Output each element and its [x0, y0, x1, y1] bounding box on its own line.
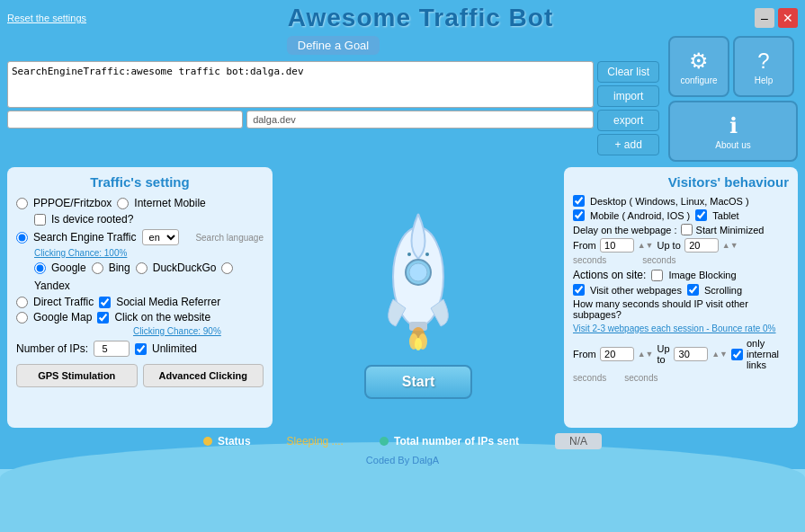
only-internal-checkbox[interactable] — [731, 349, 743, 360]
app-title: Awesome Traffic Bot — [288, 4, 553, 32]
search-lang-label: Search language — [195, 233, 264, 243]
pppoe-label: PPPOE/Fritzbox — [33, 197, 112, 209]
click-website-checkbox[interactable] — [97, 312, 109, 324]
status-bar: Status Sleeping .... Total number of IPs… — [7, 428, 798, 455]
export-button[interactable]: export — [597, 110, 659, 131]
google-map-label: Google Map — [33, 311, 92, 324]
close-button[interactable]: ✕ — [778, 8, 798, 28]
up-to2-label: Up to — [657, 343, 671, 365]
yandex-label: Yandex — [34, 279, 70, 292]
duckduckgo-radio[interactable] — [136, 262, 148, 274]
language-select[interactable]: endefres — [142, 229, 179, 245]
clear-list-button[interactable]: Clear list — [597, 61, 659, 83]
num-ips-label: Number of IPs: — [16, 342, 88, 355]
google-radio[interactable] — [34, 262, 46, 274]
delay-label: Delay on the webpage : — [573, 225, 677, 235]
visit-link[interactable]: Visit 2-3 webpages each session - Bounce… — [573, 324, 776, 333]
seconds-label1: seconds — [573, 255, 606, 265]
tablet-label: Tablet — [712, 210, 738, 221]
click-website-label: Click on the website — [114, 311, 210, 324]
bing-label: Bing — [109, 262, 130, 274]
minimize-button[interactable]: – — [755, 8, 774, 28]
google-map-radio[interactable] — [16, 312, 28, 324]
svg-point-8 — [407, 253, 411, 256]
num-ips-input[interactable] — [94, 341, 130, 357]
status-label: Status — [218, 435, 251, 448]
total-value: N/A — [555, 433, 602, 449]
goal-text-input[interactable] — [7, 111, 243, 129]
configure-label: configure — [680, 75, 717, 85]
pppoe-radio[interactable] — [16, 198, 28, 209]
define-goal-label: Define a Goal — [287, 36, 380, 55]
up-to2-input[interactable] — [674, 347, 708, 361]
from2-input[interactable] — [600, 347, 634, 361]
up-to-label: Up to — [657, 240, 681, 251]
visitors-title: Visitors' behaviour — [573, 174, 789, 190]
start-minimized-checkbox[interactable] — [681, 224, 693, 235]
image-blocking-label: Image Blocking — [668, 270, 736, 280]
direct-label: Direct Traffic — [33, 296, 94, 308]
coded-by: Coded By DalgA — [7, 455, 798, 466]
gear-icon: ⚙ — [689, 49, 709, 74]
desktop-checkbox[interactable] — [573, 195, 585, 207]
configure-button[interactable]: ⚙ configure — [668, 36, 729, 97]
desktop-label: Desktop ( Windows, Linux, MacOS ) — [590, 196, 749, 207]
bing-radio[interactable] — [92, 262, 103, 274]
device-rooted-checkbox[interactable] — [34, 214, 46, 226]
start-button[interactable]: Start — [364, 365, 472, 399]
advanced-clicking-button[interactable]: Advanced Clicking — [143, 364, 264, 387]
import-button[interactable]: import — [597, 85, 659, 107]
visit-webpages-checkbox[interactable] — [573, 284, 585, 296]
about-label: About us — [715, 140, 750, 150]
social-media-label: Social Media Referrer — [116, 296, 220, 308]
sleeping-text: Sleeping .... — [287, 435, 344, 448]
goal-domain-input[interactable] — [246, 111, 594, 129]
google-label: Google — [51, 262, 86, 274]
visit-webpages-label: Visit other webpages — [590, 285, 682, 296]
goal-buttons: Clear list import export + add — [597, 61, 659, 155]
rocket-area: Start — [278, 167, 559, 428]
clicking-chance2-link[interactable]: Clicking Chance: 90% — [133, 326, 221, 336]
from-label: From — [573, 240, 596, 251]
image-blocking-checkbox[interactable] — [651, 270, 663, 281]
scrolling-checkbox[interactable] — [687, 284, 699, 296]
rocket-image — [364, 196, 472, 358]
visitors-behaviour-panel: Visitors' behaviour Desktop ( Windows, L… — [564, 167, 798, 428]
search-engine-radio[interactable] — [16, 232, 28, 244]
reset-settings-link[interactable]: Reset the settings — [7, 13, 86, 23]
search-engine-label: Search Engine Traffic — [33, 231, 137, 244]
only-internal-label: only internal links — [747, 338, 789, 370]
help-icon: ? — [757, 49, 769, 74]
clicking-chance-link[interactable]: Clicking Chance: 100% — [34, 248, 127, 258]
help-button[interactable]: ? Help — [733, 36, 794, 97]
mobile-checkbox[interactable] — [573, 209, 585, 221]
from-input[interactable] — [600, 238, 634, 253]
right-icon-buttons: ⚙ configure ? Help ℹ About us — [668, 36, 798, 162]
window-controls: – ✕ — [755, 8, 798, 28]
actions-label: Actions on site: — [573, 269, 646, 281]
internet-mobile-label: Internet Mobile — [134, 197, 205, 209]
yandex-radio[interactable] — [221, 262, 233, 274]
traffic-settings-panel: Traffic's setting PPPOE/Fritzbox Interne… — [7, 167, 273, 428]
scrolling-label: Scrolling — [704, 285, 742, 296]
up-to-input[interactable] — [684, 238, 719, 253]
tablet-checkbox[interactable] — [695, 209, 707, 221]
about-button[interactable]: ℹ About us — [668, 101, 798, 162]
social-media-checkbox[interactable] — [99, 297, 111, 308]
total-dot — [380, 437, 389, 446]
add-button[interactable]: + add — [597, 134, 659, 155]
traffic-title: Traffic's setting — [16, 174, 264, 190]
mobile-label: Mobile ( Android, IOS ) — [590, 210, 690, 221]
direct-radio[interactable] — [16, 297, 28, 308]
info-icon: ℹ — [729, 113, 738, 138]
status-dot — [203, 437, 212, 446]
duckduckgo-label: DuckDuckGo — [153, 262, 217, 274]
start-minimized-label: Start Minimized — [696, 225, 765, 235]
seconds-label3: seconds — [573, 373, 606, 383]
gps-stimulation-button[interactable]: GPS Stimulation — [16, 364, 138, 387]
internet-mobile-radio[interactable] — [117, 198, 129, 209]
goal-textarea[interactable]: SearchEngineTraffic:awesome traffic bot:… — [7, 61, 594, 108]
seconds-label4: seconds — [624, 373, 657, 383]
subpages-question: How many seconds should IP visit other s… — [573, 298, 789, 320]
unlimited-checkbox[interactable] — [135, 343, 147, 355]
